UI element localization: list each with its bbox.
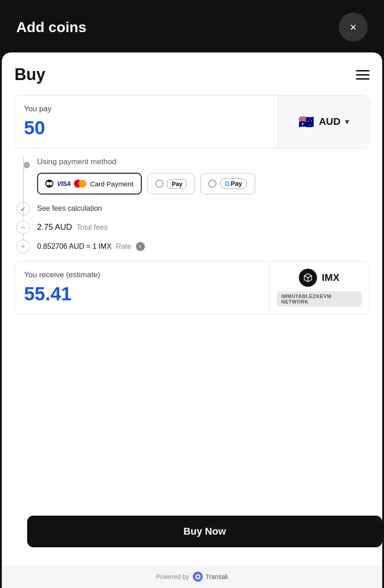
pay-left: You pay 50 xyxy=(15,95,278,148)
transak-logo: Transak xyxy=(193,572,228,582)
you-receive-box: You receive (estimate) 55.41 IMX IMMUT xyxy=(14,261,370,314)
pay-amount: 50 xyxy=(24,117,269,139)
google-pay-text: Pay xyxy=(231,180,242,187)
network-badge: IMMUTABLEZKEVM NETWORK xyxy=(277,291,362,307)
pay-label: You pay xyxy=(24,104,269,114)
rate-value: 0.852706 AUD = 1 IMX xyxy=(37,242,111,251)
payment-method-step: Using payment method VISA xyxy=(37,157,370,194)
menu-line-2 xyxy=(356,74,370,76)
g-letter: G xyxy=(225,180,230,187)
receive-amount: 55.41 xyxy=(24,283,260,305)
divide-icon: ÷ xyxy=(16,240,30,253)
radio-apple xyxy=(155,180,163,188)
buy-header: Buy xyxy=(14,65,370,84)
see-fees-step: ↙ See fees calculation xyxy=(37,204,370,213)
radio-visa xyxy=(45,180,53,188)
google-pay-logo: G Pay xyxy=(220,178,247,189)
fees-text-label: Total fees xyxy=(77,223,107,232)
menu-line-1 xyxy=(356,70,370,71)
coin-row: IMX xyxy=(299,269,339,287)
fees-row: See fees calculation xyxy=(37,204,370,213)
modal-card: Buy You pay 50 🇦🇺 AUD ▾ xyxy=(2,52,382,588)
menu-button[interactable] xyxy=(356,70,370,80)
rate-info-icon[interactable]: i xyxy=(136,242,145,251)
buy-title: Buy xyxy=(14,65,45,84)
radio-google xyxy=(208,180,216,188)
payment-option-visa[interactable]: VISA Card Payment xyxy=(37,173,142,194)
apple-pay-text: Pay xyxy=(172,180,182,187)
payment-option-google[interactable]: G Pay xyxy=(200,173,255,194)
coin-symbol: IMX xyxy=(322,272,339,284)
currency-code: AUD xyxy=(319,116,341,128)
app-header: Add coins × xyxy=(0,0,384,52)
receive-label: You receive (estimate) xyxy=(24,270,260,280)
modal-inner: Buy You pay 50 🇦🇺 AUD ▾ xyxy=(2,52,382,516)
minus-icon: − xyxy=(16,221,30,234)
coin-selector[interactable]: IMX IMMUTABLEZKEVM NETWORK xyxy=(269,261,369,314)
footer: Powered by Transak xyxy=(2,565,382,588)
receive-left: You receive (estimate) 55.41 xyxy=(15,261,269,314)
chevron-down-icon: ▾ xyxy=(345,117,349,127)
payment-method-label: Using payment method xyxy=(37,157,370,166)
rate-label: Rate xyxy=(116,242,131,251)
mastercard-icon xyxy=(74,180,86,188)
steps-section: Using payment method VISA xyxy=(14,157,370,251)
fees-amount: 2.75 AUD xyxy=(37,223,72,232)
apple-pay-logo: Pay xyxy=(167,179,187,189)
expand-fees-button[interactable]: ↙ xyxy=(16,202,30,215)
you-pay-box: You pay 50 🇦🇺 AUD ▾ xyxy=(14,95,370,148)
buy-now-button[interactable]: Buy Now xyxy=(27,516,382,547)
transak-icon xyxy=(193,572,203,582)
step-dot-payment xyxy=(24,162,30,168)
imx-coin-icon xyxy=(299,269,317,287)
total-fees-row: 2.75 AUD Total fees xyxy=(37,223,370,232)
visa-label: Card Payment xyxy=(90,180,134,188)
powered-by-text: Powered by xyxy=(156,573,189,580)
visa-logo: VISA xyxy=(57,180,86,188)
menu-line-3 xyxy=(356,78,370,80)
visa-text: VISA xyxy=(57,180,71,187)
close-button[interactable]: × xyxy=(339,13,368,42)
rate-row: 0.852706 AUD = 1 IMX Rate i xyxy=(37,242,370,251)
see-fees-link[interactable]: See fees calculation xyxy=(37,204,102,213)
total-fees-step: − 2.75 AUD Total fees xyxy=(37,223,370,232)
buy-now-wrapper: Buy Now xyxy=(2,516,382,565)
rate-step: ÷ 0.852706 AUD = 1 IMX Rate i xyxy=(37,242,370,251)
currency-selector[interactable]: 🇦🇺 AUD ▾ xyxy=(278,95,369,148)
transak-brand-name: Transak xyxy=(206,573,228,580)
page-title: Add coins xyxy=(16,19,86,36)
currency-flag: 🇦🇺 xyxy=(298,114,314,129)
payment-options: VISA Card Payment xyxy=(37,173,370,194)
payment-option-apple[interactable]: Pay xyxy=(147,173,195,194)
